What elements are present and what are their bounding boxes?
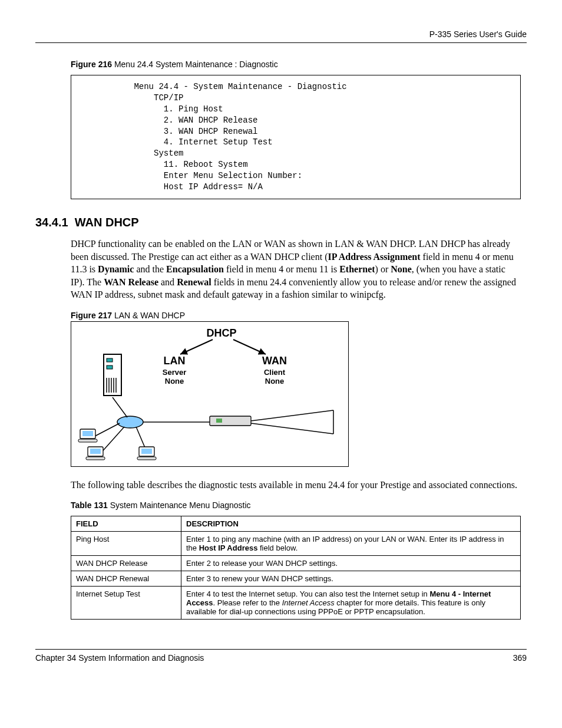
- table-131-title: System Maintenance Menu Diagnostic: [108, 500, 251, 510]
- terminal-menu-24-4: Menu 24.4 - System Maintenance - Diagnos…: [71, 75, 521, 199]
- cell-field: Internet Setup Test: [71, 587, 181, 620]
- figure-217-title: LAN & WAN DHCP: [112, 311, 185, 320]
- header-rule: [35, 42, 527, 43]
- text-bold: Host IP Address: [199, 543, 258, 552]
- text: ) or: [375, 264, 391, 274]
- svg-rect-16: [82, 431, 93, 436]
- svg-rect-24: [210, 416, 251, 426]
- wan-link-icon: [251, 410, 333, 434]
- text-italic: Internet Access: [282, 598, 335, 607]
- hub-icon: [117, 416, 143, 428]
- monitor-icon: [86, 447, 105, 460]
- monitor-icon: [137, 447, 156, 460]
- text-bold: WAN Release: [104, 277, 158, 287]
- table-131-caption: Table 131 System Maintenance Menu Diagno…: [71, 500, 521, 510]
- col-field: FIELD: [71, 516, 181, 532]
- table-131-number: Table 131: [71, 500, 108, 510]
- svg-rect-3: [107, 358, 113, 362]
- text: field in menu 4 or menu 11 is: [224, 264, 339, 274]
- svg-rect-17: [78, 439, 97, 442]
- section-number: 34.4.1: [35, 216, 68, 229]
- footer-chapter: Chapter 34 System Information and Diagno…: [35, 653, 204, 663]
- paragraph-wan-dhcp: DHCP functionality can be enabled on the…: [71, 238, 521, 301]
- diagram-label-dhcp: DHCP: [206, 327, 236, 339]
- table-row: WAN DHCP Renewal Enter 3 to renew your W…: [71, 571, 521, 587]
- figure-216-caption: Figure 216 Menu 24.4 System Maintenance …: [71, 60, 521, 69]
- table-row: Internet Setup Test Enter 4 to test the …: [71, 587, 521, 620]
- svg-rect-19: [90, 449, 101, 454]
- text: . Please refer to the: [213, 598, 282, 607]
- figure-217-caption: Figure 217 LAN & WAN DHCP: [71, 311, 521, 320]
- server-icon: [104, 354, 121, 396]
- table-header-row: FIELD DESCRIPTION: [71, 516, 521, 532]
- paragraph-table-intro: The following table describes the diagno…: [71, 479, 521, 492]
- section-title: WAN DHCP: [75, 216, 139, 229]
- section-heading: 34.4.1 WAN DHCP: [35, 216, 527, 229]
- text: and: [158, 277, 177, 287]
- cell-field: WAN DHCP Renewal: [71, 571, 181, 587]
- cell-desc: Enter 1 to ping any machine (with an IP …: [181, 532, 521, 556]
- figure-216-title: Menu 24.4 System Maintenance : Diagnosti…: [112, 60, 278, 69]
- svg-rect-25: [216, 419, 222, 423]
- page-header: P-335 Series User's Guide: [35, 29, 527, 42]
- svg-rect-4: [107, 365, 113, 369]
- router-icon: [210, 416, 251, 426]
- svg-rect-20: [86, 457, 105, 460]
- svg-rect-23: [137, 457, 156, 460]
- diagram-lan-wan-dhcp: DHCP LAN WAN Server None Client None: [71, 321, 349, 467]
- text-bold: None: [391, 264, 412, 274]
- svg-line-11: [94, 423, 120, 437]
- diagram-label-client: Client: [264, 368, 286, 377]
- text-bold: Encapsulation: [166, 264, 224, 274]
- text: Enter 4 to test the Internet setup. You …: [186, 589, 429, 598]
- table-diagnostic: FIELD DESCRIPTION Ping Host Enter 1 to p…: [71, 516, 521, 620]
- diagram-label-none2: None: [265, 377, 285, 386]
- diagram-label-lan: LAN: [164, 355, 186, 367]
- page-footer: Chapter 34 System Information and Diagno…: [35, 649, 527, 663]
- diagram-label-wan: WAN: [262, 355, 287, 367]
- cell-field: Ping Host: [71, 532, 181, 556]
- diagram-label-server: Server: [163, 368, 186, 377]
- cell-desc: Enter 2 to release your WAN DHCP setting…: [181, 556, 521, 571]
- cell-desc: Enter 3 to renew your WAN DHCP settings.: [181, 571, 521, 587]
- svg-rect-22: [141, 449, 152, 454]
- diagram-label-none: None: [165, 377, 184, 386]
- text-bold: Renewal: [177, 277, 211, 287]
- svg-line-1: [233, 340, 266, 354]
- col-description: DESCRIPTION: [181, 516, 521, 532]
- svg-line-0: [180, 340, 213, 354]
- text: field below.: [257, 543, 297, 552]
- cell-field: WAN DHCP Release: [71, 556, 181, 571]
- footer-page-number: 369: [513, 653, 527, 663]
- figure-216-number: Figure 216: [71, 60, 112, 69]
- text: and the: [134, 264, 166, 274]
- text-bold: Ethernet: [339, 264, 375, 274]
- text-bold: IP Address Assignment: [328, 252, 420, 262]
- svg-line-10: [113, 397, 127, 417]
- table-row: Ping Host Enter 1 to ping any machine (w…: [71, 532, 521, 556]
- cell-desc: Enter 4 to test the Internet setup. You …: [181, 587, 521, 620]
- monitor-icon: [78, 429, 97, 442]
- figure-217-number: Figure 217: [71, 311, 112, 320]
- table-row: WAN DHCP Release Enter 2 to release your…: [71, 556, 521, 571]
- text-bold: Dynamic: [98, 264, 134, 274]
